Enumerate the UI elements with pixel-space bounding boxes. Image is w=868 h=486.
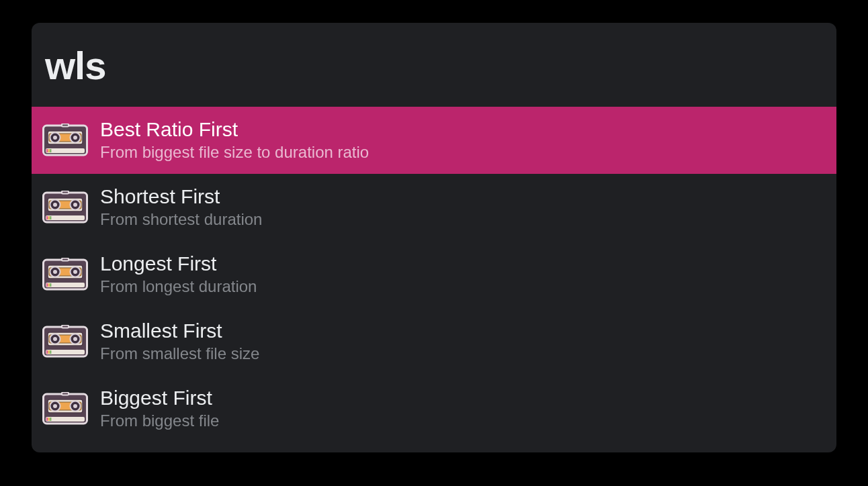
- result-text: Smallest First From smallest file size: [100, 320, 259, 364]
- result-text: Shortest First From shortest duration: [100, 185, 262, 230]
- result-title: Longest First: [100, 252, 257, 275]
- header: wls: [32, 23, 836, 107]
- results-list: Best Ratio First From biggest file size …: [32, 107, 836, 442]
- result-subtitle: From longest duration: [100, 277, 257, 297]
- result-title: Biggest First: [100, 387, 219, 409]
- result-title: Shortest First: [100, 185, 262, 207]
- result-title: Smallest First: [100, 320, 259, 342]
- vhs-tape-icon: [42, 124, 88, 157]
- result-text: Best Ratio First From biggest file size …: [100, 118, 369, 162]
- result-subtitle: From biggest file size to duration ratio: [100, 143, 369, 162]
- result-item-longest-first[interactable]: Longest First From longest duration: [32, 241, 836, 308]
- result-item-biggest-first[interactable]: Biggest First From biggest file: [32, 375, 836, 442]
- result-subtitle: From biggest file: [100, 411, 219, 431]
- result-item-smallest-first[interactable]: Smallest First From smallest file size: [32, 308, 836, 375]
- result-subtitle: From shortest duration: [100, 210, 262, 230]
- search-query-text: wls: [45, 43, 823, 88]
- vhs-tape-icon: [42, 392, 88, 426]
- launcher-panel: wls Best Ratio First From biggest file s…: [32, 23, 836, 452]
- vhs-tape-icon: [42, 325, 88, 358]
- vhs-tape-icon: [42, 191, 88, 224]
- vhs-tape-icon: [42, 258, 88, 291]
- result-text: Longest First From longest duration: [100, 252, 257, 297]
- result-title: Best Ratio First: [100, 118, 369, 140]
- result-text: Biggest First From biggest file: [100, 387, 219, 431]
- result-item-best-ratio-first[interactable]: Best Ratio First From biggest file size …: [32, 107, 836, 174]
- result-subtitle: From smallest file size: [100, 344, 259, 364]
- result-item-shortest-first[interactable]: Shortest First From shortest duration: [32, 174, 836, 241]
